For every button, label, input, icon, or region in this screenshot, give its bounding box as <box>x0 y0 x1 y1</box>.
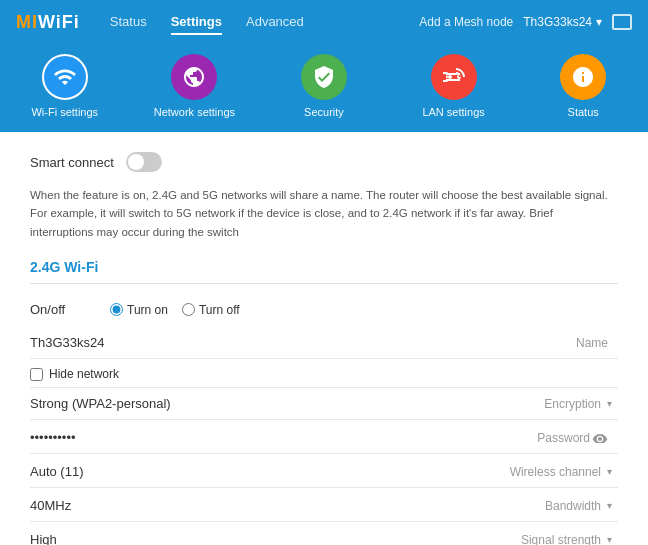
encryption-value: Strong (WPA2-personal) <box>30 396 618 411</box>
status-label: Status <box>568 106 599 118</box>
security-label: Security <box>304 106 344 118</box>
nav-lan-settings[interactable]: LAN settings <box>389 54 519 118</box>
eye-icon[interactable] <box>592 430 608 446</box>
password-row: Password <box>30 422 618 454</box>
bandwidth-row: 40MHz Bandwidth ▾ <box>30 490 618 522</box>
device-name: Th3G33ks24 <box>523 15 592 29</box>
nav-network-settings[interactable]: Network settings <box>130 54 260 118</box>
nav-links: Status Settings Advanced <box>110 10 419 35</box>
onoff-row: On/off Turn on Turn off <box>30 298 618 321</box>
wifi-icon-circle <box>42 54 88 100</box>
onoff-radio-group: Turn on Turn off <box>110 303 240 317</box>
status-icon-circle <box>560 54 606 100</box>
smart-connect-description: When the feature is on, 2.4G and 5G netw… <box>30 186 618 241</box>
device-selector[interactable]: Th3G33ks24 ▾ <box>523 15 602 29</box>
turn-on-radio[interactable] <box>110 303 123 316</box>
nav-wifi-settings[interactable]: Wi-Fi settings <box>0 54 130 118</box>
add-mesh-label[interactable]: Add a Mesh node <box>419 15 513 29</box>
header: MIWiFi Status Settings Advanced Add a Me… <box>0 0 648 44</box>
wireless-channel-label[interactable]: Wireless channel ▾ <box>510 465 612 479</box>
nav-settings[interactable]: Settings <box>171 10 222 35</box>
network-icon-circle <box>171 54 217 100</box>
signal-strength-row: High Signal strength ▾ <box>30 524 618 545</box>
wifi-settings-label: Wi-Fi settings <box>31 106 98 118</box>
logo: MIWiFi <box>16 12 80 33</box>
hide-network-label: Hide network <box>49 367 119 381</box>
nav-security[interactable]: Security <box>259 54 389 118</box>
lan-icon-circle <box>431 54 477 100</box>
hide-network-row: Hide network <box>30 361 618 388</box>
encryption-chevron-icon: ▾ <box>607 398 612 409</box>
nav-status[interactable]: Status <box>518 54 648 118</box>
nav-status[interactable]: Status <box>110 10 147 35</box>
smart-connect-label: Smart connect <box>30 155 114 170</box>
turn-off-radio[interactable] <box>182 303 195 316</box>
svg-point-0 <box>448 75 452 79</box>
signal-strength-chevron-icon: ▾ <box>607 534 612 545</box>
encryption-row: Strong (WPA2-personal) Encryption ▾ <box>30 388 618 420</box>
bandwidth-label[interactable]: Bandwidth ▾ <box>545 499 612 513</box>
hide-network-checkbox[interactable] <box>30 368 43 381</box>
network-settings-label: Network settings <box>154 106 235 118</box>
section-24g-title: 2.4G Wi-Fi <box>30 259 618 284</box>
nav-advanced[interactable]: Advanced <box>246 10 304 35</box>
turn-on-label: Turn on <box>127 303 168 317</box>
wireless-channel-chevron-icon: ▾ <box>607 466 612 477</box>
turn-on-option[interactable]: Turn on <box>110 303 168 317</box>
mail-icon[interactable] <box>612 14 632 30</box>
password-label: Password <box>537 431 590 445</box>
turn-off-option[interactable]: Turn off <box>182 303 240 317</box>
bandwidth-chevron-icon: ▾ <box>607 500 612 511</box>
password-input[interactable] <box>30 430 618 445</box>
chevron-down-icon: ▾ <box>596 15 602 29</box>
main-content: Smart connect When the feature is on, 2.… <box>0 132 648 545</box>
security-icon-circle <box>301 54 347 100</box>
onoff-label: On/off <box>30 302 110 317</box>
wireless-channel-row: Auto (11) Wireless channel ▾ <box>30 456 618 488</box>
encryption-label[interactable]: Encryption ▾ <box>544 397 612 411</box>
icon-nav: Wi-Fi settings Network settings Security… <box>0 44 648 132</box>
turn-off-label: Turn off <box>199 303 240 317</box>
bandwidth-value: 40MHz <box>30 498 618 513</box>
name-input[interactable] <box>30 335 618 350</box>
name-row: Name <box>30 327 618 359</box>
lan-settings-label: LAN settings <box>422 106 484 118</box>
signal-strength-label[interactable]: Signal strength ▾ <box>521 533 612 545</box>
header-right: Add a Mesh node Th3G33ks24 ▾ <box>419 14 632 30</box>
smart-connect-row: Smart connect <box>30 152 618 172</box>
smart-connect-toggle[interactable] <box>126 152 162 172</box>
